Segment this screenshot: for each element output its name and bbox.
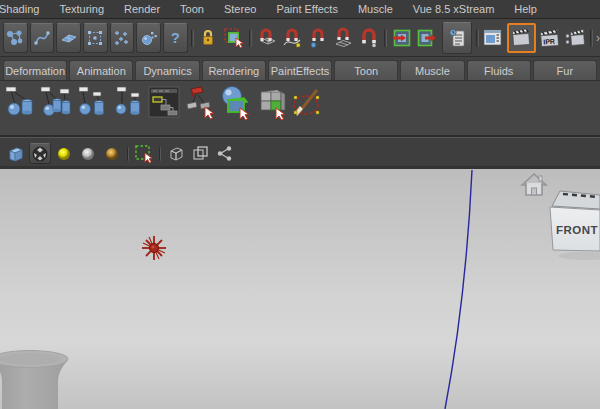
toolbar-divider <box>382 25 389 51</box>
question-mark-icon: ? <box>171 29 180 46</box>
pedestal-object[interactable] <box>0 351 68 409</box>
select-lattice-icon <box>86 29 104 47</box>
smooth-shade-sphere-icon <box>32 146 48 162</box>
toolbar-divider <box>189 25 196 51</box>
lock-icon <box>199 28 217 48</box>
output-connections-icon <box>417 28 437 48</box>
select-particle-button[interactable] <box>110 23 135 53</box>
render-current-frame-icon <box>511 28 532 47</box>
menu-muscle[interactable]: Muscle <box>348 0 403 18</box>
snap-to-view-plane-icon <box>332 27 354 49</box>
point-light-star[interactable] <box>142 236 166 260</box>
select-particle-icon <box>113 29 131 47</box>
axis-curve[interactable] <box>445 170 472 409</box>
select-surface-icon <box>60 29 78 47</box>
snap-to-curve-button[interactable] <box>280 23 304 53</box>
view-cube[interactable]: FRONT <box>550 191 600 260</box>
muscle-set-objects-icon <box>183 84 217 120</box>
isolate-select-icon <box>192 145 209 162</box>
menu-help[interactable]: Help <box>504 0 547 18</box>
shelf-button-muscle-simple[interactable] <box>110 83 146 121</box>
wireframe-on-shaded-button[interactable] <box>165 143 187 164</box>
ipr-render-button[interactable]: IPR <box>538 23 562 53</box>
maya-window: Shading Texturing Render Toon Stereo Pai… <box>0 0 600 409</box>
muscle-spline-icon <box>39 84 73 120</box>
viewport[interactable]: FRONT <box>0 169 600 409</box>
muscle-builder-icon <box>3 84 37 120</box>
toolbar-divider <box>247 25 254 51</box>
home-icon[interactable] <box>522 174 546 195</box>
select-emitter-icon <box>140 29 158 47</box>
shelf-tab-deformation[interactable]: Deformation <box>3 60 67 80</box>
toolbar-overflow-button[interactable]: › <box>596 31 600 45</box>
shelf-tab-fur[interactable]: Fur <box>533 60 597 80</box>
select-hierarchy-button[interactable] <box>3 23 28 53</box>
shelf-tab-toon[interactable]: Toon <box>334 60 398 80</box>
menu-toon[interactable]: Toon <box>170 0 214 18</box>
shelf-button-muscle-set-objects[interactable] <box>182 83 218 121</box>
input-connections-button[interactable] <box>390 23 414 53</box>
select-emitter-button[interactable] <box>136 23 161 53</box>
select-curve-icon <box>33 29 51 47</box>
shelf-tab-painteffects[interactable]: PaintEffects <box>268 60 332 80</box>
snap-to-view-plane-button[interactable] <box>332 23 356 53</box>
select-misc-button[interactable]: ? <box>163 23 188 53</box>
muscle-paint-weights-icon <box>291 84 325 120</box>
menu-vue-xstream[interactable]: Vue 8.5 xStream <box>403 0 505 18</box>
select-hierarchy-icon <box>6 29 24 47</box>
smooth-shade-button[interactable] <box>29 143 51 164</box>
panel-divider <box>156 144 164 164</box>
shelf <box>0 81 600 135</box>
shelf-tab-fluids[interactable]: Fluids <box>467 60 531 80</box>
ipr-render-icon: IPR <box>539 28 561 48</box>
status-line: ? <box>0 19 600 57</box>
viewport-scene: FRONT <box>0 169 600 409</box>
shelf-button-muscle-bone-convert[interactable] <box>74 83 110 121</box>
panel-toolbar <box>0 141 600 166</box>
textured-sphere-icon <box>104 146 120 162</box>
shelf-tab-rendering[interactable]: Rendering <box>202 60 266 80</box>
make-live-button[interactable] <box>357 23 381 53</box>
snap-to-grid-icon <box>255 27 277 49</box>
menu-render[interactable]: Render <box>114 0 170 18</box>
output-connections-button[interactable] <box>415 23 439 53</box>
construction-history-button[interactable] <box>442 22 472 54</box>
construction-history-icon <box>447 27 467 49</box>
share-view-button[interactable] <box>213 143 235 164</box>
lock-selection-button[interactable] <box>196 23 220 53</box>
shelf-button-muscle-sphere-cube[interactable] <box>218 83 254 121</box>
menu-paint-effects[interactable]: Paint Effects <box>266 0 348 18</box>
wireframe-on-shaded-icon <box>168 145 185 162</box>
shelf-tab-dynamics[interactable]: Dynamics <box>135 60 199 80</box>
muscle-cube-stack-icon <box>255 84 289 120</box>
shelf-button-muscle-spline[interactable] <box>38 83 74 121</box>
wireframe-cube-button[interactable] <box>5 143 27 164</box>
select-surface-button[interactable] <box>56 23 81 53</box>
shelf-button-muscle-node-editor[interactable] <box>146 83 182 121</box>
default-material-sphere-button[interactable] <box>77 143 99 164</box>
shelf-button-muscle-cube-stack[interactable] <box>254 83 290 121</box>
lighting-sphere-button[interactable] <box>53 143 75 164</box>
menu-stereo[interactable]: Stereo <box>214 0 266 18</box>
snap-to-curve-icon <box>281 27 303 49</box>
isolate-select-button[interactable] <box>189 143 211 164</box>
highlight-selection-box-button[interactable] <box>133 143 155 164</box>
view-cube-label: FRONT <box>556 224 598 236</box>
textured-sphere-button[interactable] <box>101 143 123 164</box>
menu-shading[interactable]: Shading <box>0 0 49 18</box>
select-lattice-button[interactable] <box>83 23 108 53</box>
render-settings-button[interactable] <box>563 23 587 53</box>
shelf-button-muscle-paint-weights[interactable] <box>290 83 326 121</box>
highlight-selection-button[interactable] <box>222 23 246 53</box>
snap-to-point-button[interactable] <box>306 23 330 53</box>
toolbar-divider <box>588 25 595 51</box>
menu-texturing[interactable]: Texturing <box>49 0 114 18</box>
render-view-icon <box>482 28 504 48</box>
render-view-button[interactable] <box>482 23 506 53</box>
shelf-tab-animation[interactable]: Animation <box>69 60 133 80</box>
render-current-frame-button[interactable] <box>507 23 536 53</box>
select-curve-button[interactable] <box>30 23 55 53</box>
shelf-tab-muscle[interactable]: Muscle <box>400 60 464 80</box>
snap-to-grid-button[interactable] <box>255 23 279 53</box>
shelf-button-muscle-builder[interactable] <box>2 83 38 121</box>
